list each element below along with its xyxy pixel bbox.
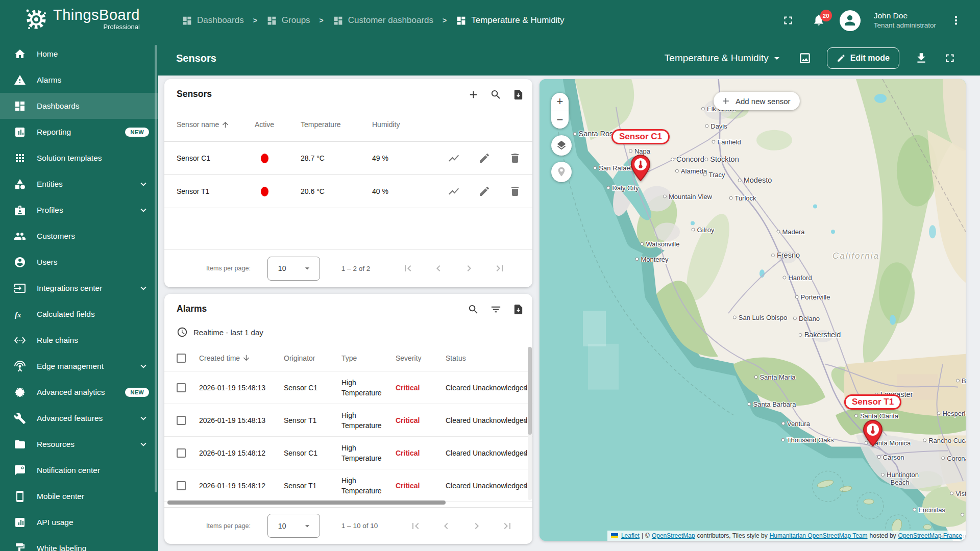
column-temperature[interactable]: Temperature [301, 120, 372, 129]
export-button[interactable] [509, 85, 527, 104]
sidebar-item-users[interactable]: Users [0, 249, 158, 275]
last-page-icon[interactable] [494, 262, 506, 274]
hot-link[interactable]: Humanitarian OpenStreetMap Team [770, 532, 868, 539]
sidebar-item-alarms[interactable]: Alarms [0, 67, 158, 93]
sidebar-item-edge-management[interactable]: Edge management [0, 353, 158, 379]
column-sensor-name[interactable]: Sensor name [177, 120, 255, 129]
row-checkbox[interactable] [177, 481, 186, 490]
search-button[interactable] [464, 300, 482, 318]
notifications-button[interactable]: 20 [812, 13, 826, 28]
breadcrumb-current-dashboard[interactable]: Temperature & Humidity [456, 15, 564, 26]
next-page-icon[interactable] [463, 262, 475, 274]
sensor-table-row[interactable]: Sensor T1 20.6 °C 40 % [164, 175, 532, 208]
last-page-icon[interactable] [501, 520, 513, 532]
map-pin-icon[interactable] [863, 420, 883, 446]
column-severity[interactable]: Severity [396, 354, 446, 362]
breadcrumb-dashboards[interactable]: Dashboards [182, 15, 244, 26]
zoom-out-button[interactable]: − [551, 111, 569, 129]
sidebar-item-calculated-fields[interactable]: fx Calculated fields [0, 301, 158, 327]
sidebar-item-profiles[interactable]: Profiles [0, 197, 158, 223]
sidebar-item-mobile-center[interactable]: Mobile center [0, 483, 158, 509]
map-city-label: Barstow [956, 377, 966, 385]
first-page-icon[interactable] [402, 262, 414, 274]
alarm-table-row[interactable]: 2026-01-19 15:48:13 Sensor T1 High Tempe… [164, 404, 532, 437]
column-humidity[interactable]: Humidity [372, 120, 436, 129]
search-button[interactable] [486, 85, 505, 104]
add-new-sensor-button[interactable]: Add new sensor [714, 92, 800, 110]
column-active[interactable]: Active [255, 120, 301, 129]
sidebar-scrollbar[interactable] [155, 45, 157, 492]
thingsboard-logo[interactable]: ThingsBoard Professional [23, 6, 140, 31]
fullscreen-icon[interactable] [781, 14, 795, 27]
fullscreen-icon[interactable] [943, 52, 957, 65]
export-button[interactable] [509, 300, 527, 318]
row-more-icon[interactable] [524, 453, 526, 456]
sidebar-item-home[interactable]: Home [0, 41, 158, 67]
timeseries-chart-icon[interactable] [448, 152, 460, 164]
breadcrumb-groups[interactable]: Groups [266, 15, 310, 26]
timeseries-chart-icon[interactable] [448, 185, 460, 197]
sensor-t1-marker-label[interactable]: Sensor T1 [844, 394, 901, 410]
sensor-c1-marker-label[interactable]: Sensor C1 [611, 129, 670, 144]
sidebar-item-dashboards[interactable]: Dashboards [0, 93, 158, 119]
map-pin-icon[interactable] [630, 155, 651, 181]
sidebar-item-entities[interactable]: Entities [0, 171, 158, 197]
sensor-table-row[interactable]: Sensor C1 28.7 °C 49 % [164, 142, 532, 175]
map-layers-button[interactable] [551, 135, 572, 156]
prev-page-icon[interactable] [432, 262, 445, 274]
column-originator[interactable]: Originator [284, 354, 341, 362]
sidebar-item-resources[interactable]: Resources [0, 431, 158, 457]
alarm-table-row[interactable]: 2026-01-19 15:48:13 Sensor C1 High Tempe… [164, 371, 532, 404]
map-locate-button[interactable] [551, 162, 572, 182]
osm-france-link[interactable]: OpenStreetMap France [898, 532, 962, 539]
edit-icon[interactable] [478, 185, 491, 197]
avatar[interactable] [840, 10, 861, 31]
edit-icon[interactable] [478, 152, 491, 164]
sidebar-item-advanced-analytics[interactable]: Advanced analytics NEW [0, 379, 158, 405]
row-checkbox[interactable] [177, 448, 186, 458]
filter-button[interactable] [486, 300, 505, 318]
row-checkbox[interactable] [177, 383, 186, 392]
sidebar-item-api-usage[interactable]: API usage [0, 509, 158, 535]
column-type[interactable]: Type [341, 354, 396, 362]
sidebar-item-integrations-center[interactable]: Integrations center [0, 275, 158, 301]
download-icon[interactable] [915, 52, 928, 65]
sidebar-item-rule-chains[interactable]: Rule chains [0, 327, 158, 353]
alarm-table-row[interactable]: 2026-01-19 15:48:12 Sensor T1 High Tempe… [164, 469, 532, 502]
timewindow-button[interactable]: Realtime - last 1 day [177, 323, 263, 341]
user-info[interactable]: John Doe Tenant administrator [874, 11, 936, 30]
page-size-select[interactable]: 10 [267, 514, 320, 538]
alarm-table-row[interactable]: 2026-01-19 15:48:12 Sensor C1 High Tempe… [164, 437, 532, 469]
sidebar-item-notification-center[interactable]: Notification center [0, 457, 158, 483]
edit-mode-button[interactable]: Edit mode [827, 47, 899, 69]
alarms-vertical-scrollbar[interactable] [528, 347, 532, 435]
prev-page-icon[interactable] [440, 520, 452, 532]
row-checkbox[interactable] [177, 416, 186, 425]
column-created-time[interactable]: Created time [199, 354, 284, 362]
column-status[interactable]: Status [446, 354, 532, 362]
delete-icon[interactable] [509, 185, 521, 197]
sidebar-item-white-labeling[interactable]: White labeling [0, 535, 158, 551]
add-entity-button[interactable] [464, 85, 482, 104]
delete-icon[interactable] [509, 152, 521, 164]
more-vert-icon[interactable] [949, 14, 963, 27]
sidebar-item-advanced-features[interactable]: Advanced features [0, 405, 158, 431]
alarms-horizontal-scrollbar[interactable] [167, 500, 446, 505]
breadcrumb-customer-dashboards[interactable]: Customer dashboards [333, 15, 433, 26]
dashboard-select[interactable]: Temperature & Humidity [665, 52, 783, 64]
leaflet-link[interactable]: Leaflet [621, 532, 640, 539]
page-size-select[interactable]: 10 [267, 257, 320, 281]
first-page-icon[interactable] [409, 520, 422, 532]
dashboard-image-icon[interactable] [798, 52, 812, 65]
row-more-icon[interactable] [524, 420, 526, 423]
sidebar-item-customers[interactable]: Customers [0, 223, 158, 249]
osm-link[interactable]: OpenStreetMap [652, 532, 695, 539]
next-page-icon[interactable] [471, 520, 483, 532]
map-canvas[interactable]: Davis Elk Grove Fairfield Santa Rosa Nap… [540, 79, 966, 541]
row-more-icon[interactable] [524, 486, 526, 488]
sidebar-item-solution-templates[interactable]: Solution templates [0, 145, 158, 171]
select-all-checkbox[interactable] [177, 354, 186, 363]
zoom-in-button[interactable]: + [551, 93, 569, 111]
sidebar-item-reporting[interactable]: Reporting NEW [0, 119, 158, 145]
row-more-icon[interactable] [524, 388, 526, 390]
